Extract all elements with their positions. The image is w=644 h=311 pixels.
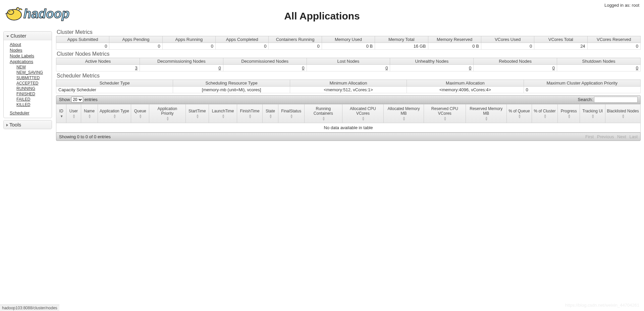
node-metrics-header: Lost Nodes	[307, 58, 390, 65]
apps-column-header[interactable]: FinishTime▲▼	[237, 104, 262, 123]
sidebar-link-app-submitted[interactable]: SUBMITTED	[4, 75, 52, 81]
apps-column-header[interactable]: StartTime▲▼	[185, 104, 209, 123]
cluster-metrics-value: 0	[269, 43, 322, 50]
sidebar-link-app-new-saving[interactable]: NEW_SAVING	[4, 70, 52, 75]
apps-column-header[interactable]: State▲▼	[263, 104, 278, 123]
sidebar-link-about[interactable]: About	[4, 42, 52, 47]
column-label: LaunchTime	[212, 109, 234, 113]
apps-column-header[interactable]: Application Type▲▼	[98, 104, 131, 123]
cluster-metrics-table: Apps SubmittedApps PendingApps RunningAp…	[56, 36, 641, 50]
column-label: Allocated Memory MB	[385, 106, 422, 116]
cluster-metrics-header: Apps Pending	[109, 36, 162, 43]
pager-first[interactable]: First	[585, 134, 594, 139]
nav-section-cluster[interactable]: Cluster	[4, 32, 52, 40]
apps-column-header[interactable]: % of Cluster▲▼	[532, 104, 558, 123]
column-label: Application Priority	[151, 106, 184, 116]
apps-column-header[interactable]: Allocated Memory MB▲▼	[383, 104, 424, 123]
apps-column-header[interactable]: ID▼	[56, 104, 66, 123]
cluster-metrics-header: Memory Total	[375, 36, 428, 43]
node-metrics-value[interactable]: 0	[390, 65, 474, 71]
scheduler-metrics-header: Minimum Allocation	[290, 80, 407, 87]
sidebar-link-scheduler[interactable]: Scheduler	[4, 110, 52, 116]
apps-column-header[interactable]: Queue▲▼	[131, 104, 149, 123]
page-size-select[interactable]: 20	[71, 97, 83, 103]
apps-column-header[interactable]: FinalStatus▲▼	[278, 104, 304, 123]
sidebar-link-app-running[interactable]: RUNNING	[4, 86, 52, 91]
sort-icon: ▲▼	[443, 116, 447, 121]
apps-column-header[interactable]: LaunchTime▲▼	[209, 104, 237, 123]
cluster-metrics-value: 24	[534, 43, 587, 50]
apps-column-header[interactable]: Tracking UI▲▼	[580, 104, 605, 123]
node-metrics-header: Unhealthy Nodes	[390, 58, 474, 65]
apps-column-header[interactable]: Reserved CPU VCores▲▼	[424, 104, 466, 123]
column-label: % of Cluster	[534, 109, 555, 113]
scheduler-metrics-value: <memory:4096, vCores:4>	[407, 87, 524, 93]
svg-point-1	[8, 10, 14, 14]
sort-icon: ▲▼	[249, 114, 252, 118]
column-label: FinishTime	[240, 109, 260, 113]
node-metrics-value[interactable]: 0	[307, 65, 390, 71]
column-label: Allocated CPU VCores	[344, 106, 382, 116]
sidebar-link-nodes[interactable]: Nodes	[4, 47, 52, 53]
node-metrics-value[interactable]: 0	[140, 65, 223, 71]
sort-icon: ▼	[60, 115, 63, 117]
sort-icon: ▲▼	[568, 114, 571, 118]
apps-column-header[interactable]: Blacklisted Nodes▲▼	[605, 104, 640, 123]
column-label: % of Queue	[508, 109, 530, 113]
sort-icon: ▲▼	[166, 116, 169, 121]
node-metrics-header: Decommissioned Nodes	[223, 58, 307, 65]
pager-previous[interactable]: Previous	[597, 134, 614, 139]
apps-column-header[interactable]: Allocated CPU VCores▲▼	[342, 104, 383, 123]
column-label: Progress	[561, 109, 577, 113]
hadoop-logo: hadoop	[4, 3, 88, 24]
apps-column-header[interactable]: User▲▼	[66, 104, 81, 123]
scheduler-metrics-title: Scheduler Metrics	[57, 73, 641, 79]
sidebar-link-app-killed[interactable]: KILLED	[4, 102, 52, 107]
login-info: Logged in as: root	[604, 3, 639, 8]
datatable-info: Showing 0 to 0 of 0 entries	[59, 134, 111, 139]
node-metrics-value[interactable]: 0	[474, 65, 557, 71]
sidebar-link-app-accepted[interactable]: ACCEPTED	[4, 81, 52, 86]
sort-icon: ▲▼	[622, 114, 625, 118]
cluster-metrics-header: VCores Used	[481, 36, 534, 43]
sidebar-link-applications[interactable]: Applications	[4, 59, 52, 64]
cluster-metrics-value: 0	[109, 43, 162, 50]
pager-last[interactable]: Last	[629, 134, 638, 139]
pager-next[interactable]: Next	[617, 134, 626, 139]
nav-section-tools[interactable]: Tools	[4, 120, 52, 129]
apps-column-header[interactable]: Application Priority▲▼	[149, 104, 185, 123]
cluster-metrics-header: Memory Reserved	[428, 36, 481, 43]
cluster-metrics-value: 0	[162, 43, 215, 50]
node-metrics-header: Shutdown Nodes	[557, 58, 641, 65]
apps-column-header[interactable]: Running Containers▲▼	[304, 104, 342, 123]
search-input[interactable]	[594, 97, 638, 103]
cluster-metrics-header: VCores Total	[534, 36, 587, 43]
sidebar-link-app-new[interactable]: NEW	[4, 64, 52, 70]
svg-point-2	[9, 11, 10, 12]
sort-icon: ▲▼	[518, 114, 521, 118]
node-metrics-value[interactable]: 0	[557, 65, 641, 71]
node-metrics-value[interactable]: 3	[56, 65, 140, 71]
scheduler-metrics-value: [memory-mb (unit=Mi), vcores]	[173, 87, 290, 93]
sort-icon: ▲▼	[290, 114, 293, 118]
cluster-metrics-value: 0 B	[322, 43, 375, 50]
apps-column-header[interactable]: % of Queue▲▼	[506, 104, 532, 123]
apps-column-header[interactable]: Name▲▼	[81, 104, 98, 123]
apps-column-header[interactable]: Progress▲▼	[558, 104, 580, 123]
column-label: Reserved CPU VCores	[425, 106, 464, 116]
sidebar-link-app-failed[interactable]: FAILED	[4, 97, 52, 102]
column-label: Queue	[134, 109, 146, 113]
applications-table: ID▼User▲▼Name▲▼Application Type▲▼Queue▲▼…	[56, 104, 641, 123]
sidebar-link-node-labels[interactable]: Node Labels	[4, 53, 52, 59]
cluster-metrics-value: 16 GB	[375, 43, 428, 50]
scheduler-metrics-value: Capacity Scheduler	[56, 87, 173, 93]
apps-column-header[interactable]: Reserved Memory MB▲▼	[466, 104, 506, 123]
sort-icon: ▲▼	[113, 114, 116, 118]
sidebar-link-app-finished[interactable]: FINISHED	[4, 91, 52, 97]
node-metrics-value[interactable]: 0	[223, 65, 307, 71]
cluster-metrics-value: 0	[481, 43, 534, 50]
scheduler-metrics-header: Maximum Allocation	[407, 80, 524, 87]
cluster-metrics-value: 0	[587, 43, 640, 50]
show-label-prefix: Show	[59, 97, 70, 102]
page-title: All Applications	[4, 10, 640, 22]
